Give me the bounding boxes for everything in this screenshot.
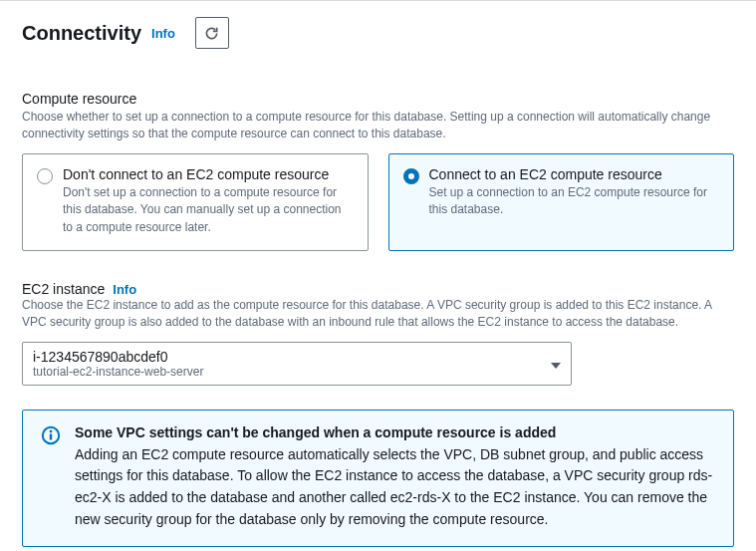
radio-desc: Set up a connection to an EC2 compute re… [429, 184, 720, 219]
select-value-name: tutorial-ec2-instance-web-server [33, 365, 541, 379]
radio-label: Connect to an EC2 compute resource [429, 166, 720, 182]
svg-rect-2 [50, 433, 52, 439]
refresh-button[interactable] [195, 17, 229, 49]
radio-desc: Don't set up a connection to a compute r… [63, 184, 354, 236]
compute-resource-desc: Choose whether to set up a connection to… [22, 109, 734, 143]
ec2-instance-select[interactable]: i-1234567890abcdef0 tutorial-ec2-instanc… [22, 342, 572, 386]
ec2-instance-label: EC2 instance [22, 281, 105, 297]
alert-body: Adding an EC2 compute resource automatic… [75, 444, 715, 531]
radio-label: Don't connect to an EC2 compute resource [63, 166, 354, 182]
page-title: Connectivity [22, 22, 141, 45]
radio-icon [403, 168, 419, 184]
compute-radio-group: Don't connect to an EC2 compute resource… [22, 153, 734, 251]
caret-down-icon [551, 356, 561, 372]
alert-title: Some VPC settings can't be changed when … [75, 424, 715, 440]
ec2-instance-desc: Choose the EC2 instance to add as the co… [22, 297, 734, 332]
info-icon [41, 425, 61, 445]
radio-dont-connect[interactable]: Don't connect to an EC2 compute resource… [22, 153, 369, 251]
svg-point-1 [50, 429, 53, 432]
info-link-connectivity[interactable]: Info [151, 26, 175, 41]
radio-connect[interactable]: Connect to an EC2 compute resource Set u… [388, 153, 735, 251]
refresh-icon [204, 26, 219, 41]
vpc-info-alert: Some VPC settings can't be changed when … [22, 410, 734, 548]
select-value-id: i-1234567890abcdef0 [33, 349, 541, 365]
compute-resource-label: Compute resource [22, 91, 734, 107]
radio-icon [37, 168, 53, 184]
info-link-ec2[interactable]: Info [113, 282, 136, 297]
section-header: Connectivity Info [0, 1, 756, 69]
